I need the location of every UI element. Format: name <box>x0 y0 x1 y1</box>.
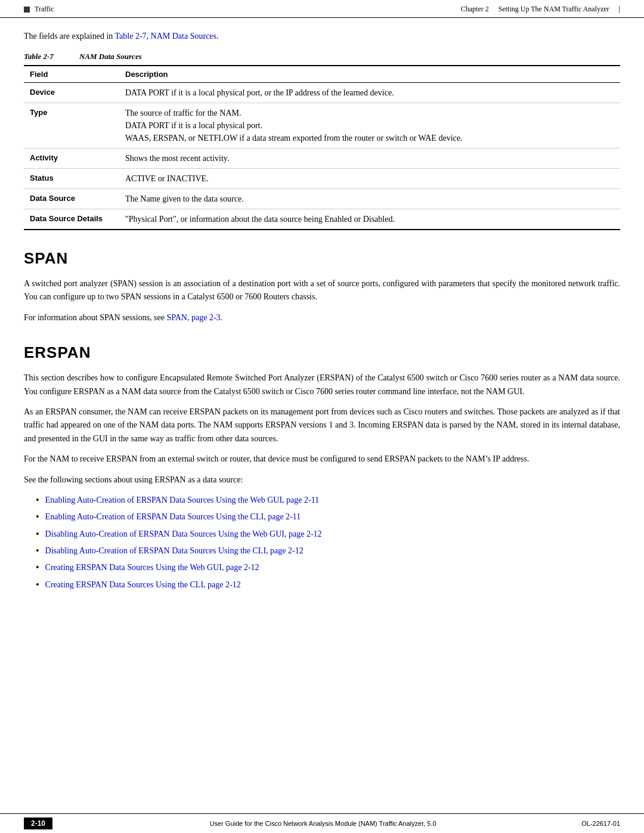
header-right: Chapter 2 Setting Up The NAM Traffic Ana… <box>461 5 620 14</box>
desc-type-line3: WAAS, ERSPAN, or NETFLOW if a data strea… <box>125 134 462 143</box>
erspan-link-4[interactable]: Disabling Auto-Creation of ERSPAN Data S… <box>45 544 304 557</box>
list-item: Enabling Auto-Creation of ERSPAN Data So… <box>36 494 620 507</box>
field-device: Device <box>24 83 119 103</box>
table-row: Data Source The Name given to the data s… <box>24 189 620 209</box>
erspan-para3: For the NAM to receive ERSPAN from an ex… <box>24 453 620 466</box>
span-para2-after: . <box>221 313 223 322</box>
nam-data-sources-table: Field Description Device DATA PORT if it… <box>24 65 620 230</box>
header-chapter-title: Setting Up The NAM Traffic Analyzer <box>499 5 609 14</box>
list-item: Enabling Auto-Creation of ERSPAN Data So… <box>36 510 620 524</box>
table-row: Status ACTIVE or INACTIVE. <box>24 169 620 189</box>
footer-right-text: OL-22617-01 <box>581 820 620 827</box>
footer-page-number: 2-10 <box>24 817 52 829</box>
page-footer: 2-10 User Guide for the Cisco Network An… <box>0 813 644 833</box>
table-caption-title: NAM Data Sources <box>79 52 142 61</box>
erspan-link-1[interactable]: Enabling Auto-Creation of ERSPAN Data So… <box>45 494 320 506</box>
list-item: Creating ERSPAN Data Sources Using the W… <box>36 561 620 574</box>
header-section-label: Traffic <box>35 5 54 14</box>
erspan-para1: This section describes how to configure … <box>24 371 620 398</box>
desc-type-line1: The source of traffic for the NAM. <box>125 109 242 117</box>
list-item: Disabling Auto-Creation of ERSPAN Data S… <box>36 528 620 541</box>
field-data-source-details: Data Source Details <box>24 209 119 230</box>
col-description: Description <box>119 66 620 83</box>
intro-paragraph: The fields are explained in Table 2-7, N… <box>24 30 620 42</box>
desc-data-source: The Name given to the data source. <box>119 189 620 209</box>
table-row: Activity Shows the most recent activity. <box>24 148 620 169</box>
erspan-heading: ERSPAN <box>24 343 620 362</box>
desc-data-source-details: "Physical Port", or information about th… <box>119 209 620 230</box>
erspan-link-2[interactable]: Enabling Auto-Creation of ERSPAN Data So… <box>45 510 301 523</box>
erspan-para4: See the following sections about using E… <box>24 473 620 487</box>
table-header-row: Field Description <box>24 66 620 83</box>
erspan-link-list: Enabling Auto-Creation of ERSPAN Data So… <box>36 494 620 592</box>
intro-link[interactable]: Table 2-7, NAM Data Sources <box>115 32 216 41</box>
header-chapter-label: Chapter 2 <box>461 5 489 14</box>
erspan-para2: As an ERSPAN consumer, the NAM can recei… <box>24 405 620 445</box>
table-row: Type The source of traffic for the NAM. … <box>24 103 620 148</box>
list-item: Creating ERSPAN Data Sources Using the C… <box>36 578 620 592</box>
desc-type-line2: DATA PORT if it is a local physical port… <box>125 121 262 130</box>
field-activity: Activity <box>24 148 119 169</box>
field-type: Type <box>24 103 119 148</box>
intro-text: The fields are explained in <box>24 32 115 41</box>
span-para2: For information about SPAN sessions, see… <box>24 311 620 324</box>
main-content: The fields are explained in Table 2-7, N… <box>0 18 644 646</box>
erspan-link-5[interactable]: Creating ERSPAN Data Sources Using the W… <box>45 561 259 574</box>
list-item: Disabling Auto-Creation of ERSPAN Data S… <box>36 544 620 558</box>
span-para2-before: For information about SPAN sessions, see <box>24 313 166 322</box>
desc-activity: Shows the most recent activity. <box>119 148 620 169</box>
page-header: Traffic Chapter 2 Setting Up The NAM Tra… <box>0 0 644 18</box>
col-field: Field <box>24 66 119 83</box>
span-heading: SPAN <box>24 249 620 268</box>
table-caption-label: Table 2-7 <box>24 52 54 61</box>
field-status: Status <box>24 169 119 189</box>
span-link[interactable]: SPAN, page 2-3 <box>166 313 220 322</box>
footer-center-text: User Guide for the Cisco Network Analysi… <box>64 820 581 827</box>
desc-status: ACTIVE or INACTIVE. <box>119 169 620 189</box>
table-caption: Table 2-7 NAM Data Sources <box>24 52 620 61</box>
erspan-link-3[interactable]: Disabling Auto-Creation of ERSPAN Data S… <box>45 528 322 540</box>
header-separator: | <box>619 5 620 14</box>
desc-type: The source of traffic for the NAM. DATA … <box>119 103 620 148</box>
field-data-source: Data Source <box>24 189 119 209</box>
desc-device: DATA PORT if it is a local physical port… <box>119 83 620 103</box>
erspan-link-6[interactable]: Creating ERSPAN Data Sources Using the C… <box>45 578 241 591</box>
header-left: Traffic <box>24 5 54 14</box>
table-row: Device DATA PORT if it is a local physic… <box>24 83 620 103</box>
span-para1: A switched port analyzer (SPAN) session … <box>24 277 620 304</box>
table-row: Data Source Details "Physical Port", or … <box>24 209 620 230</box>
bookmark-icon <box>24 7 30 13</box>
